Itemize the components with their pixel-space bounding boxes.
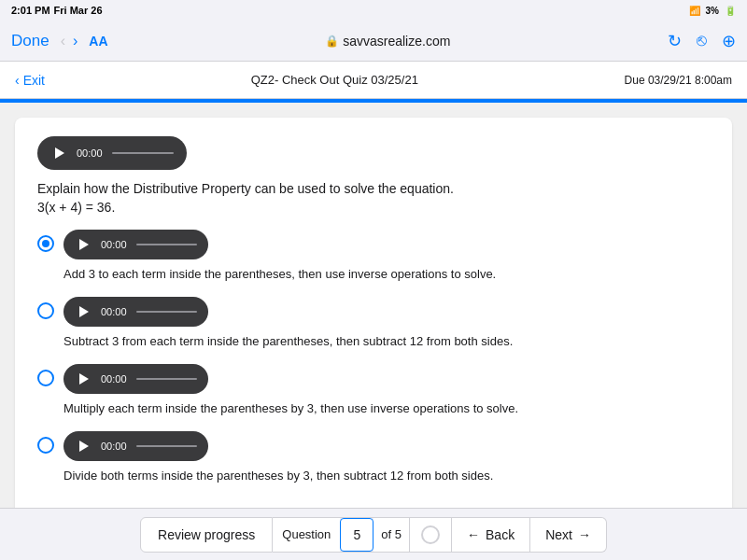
- status-time: 2:01 PM: [11, 5, 50, 16]
- radio-button-b[interactable]: [37, 302, 54, 319]
- main-content: 00:00 Explain how the Distributive Prope…: [0, 103, 747, 508]
- answer-content-c: 00:00 Multiply each term inside the pare…: [63, 364, 710, 416]
- back-arrow-button[interactable]: ‹: [61, 33, 65, 49]
- wifi-icon: 📶: [689, 6, 700, 16]
- next-arrow-icon: →: [578, 527, 591, 542]
- answer-audio-progress-c: [136, 378, 197, 380]
- text-size-button[interactable]: AA: [89, 34, 107, 49]
- progress-bar: [0, 99, 747, 103]
- answer-option-c[interactable]: 00:00 Multiply each term inside the pare…: [37, 364, 710, 416]
- question-audio-time: 00:00: [77, 147, 105, 159]
- radio-inner-a: [42, 240, 49, 247]
- exit-label: Exit: [23, 73, 45, 88]
- play-triangle-icon-c: [79, 373, 89, 385]
- question-of-label: of 5: [374, 518, 409, 552]
- radio-button-c[interactable]: [37, 370, 54, 386]
- question-card: 00:00 Explain how the Distributive Prope…: [15, 118, 732, 508]
- url-text: savvasrealize.com: [343, 34, 450, 49]
- question-audio-player: 00:00: [37, 136, 187, 170]
- battery-level: 3%: [706, 6, 719, 16]
- radio-button-d[interactable]: [37, 437, 54, 454]
- done-button[interactable]: Done: [11, 32, 49, 50]
- play-triangle-icon-b: [79, 306, 89, 317]
- answer-audio-time-c: 00:00: [101, 373, 129, 385]
- progress-bar-fill: [0, 99, 747, 103]
- forward-arrow-button[interactable]: ›: [73, 33, 78, 49]
- answer-audio-time-b: 00:00: [101, 306, 129, 317]
- answer-text-b: Subtract 3 from each term inside the par…: [63, 334, 513, 348]
- question-nav-label: Question: [273, 518, 340, 552]
- question-number-input[interactable]: [340, 518, 374, 552]
- question-check-area: [409, 518, 451, 552]
- answer-text-c: Multiply each term inside the parenthese…: [63, 401, 518, 415]
- question-text: Explain how the Distributive Property ca…: [37, 181, 710, 196]
- answer-audio-d: 00:00: [63, 431, 208, 461]
- review-progress-button[interactable]: Review progress: [140, 517, 273, 553]
- lock-icon: 🔒: [325, 35, 339, 48]
- radio-button-a[interactable]: [37, 235, 54, 252]
- answer-content-a: 00:00 Add 3 to each term inside the pare…: [63, 230, 710, 282]
- answer-text-d: Divide both terms inside the parentheses…: [63, 469, 493, 483]
- question-audio-progress: [112, 152, 174, 154]
- next-button[interactable]: Next →: [530, 517, 607, 553]
- next-label: Next: [545, 527, 572, 542]
- quiz-header: ‹ Exit QZ2- Check Out Quiz 03/25/21 Due …: [0, 62, 747, 99]
- question-equation: 3(x + 4) = 36.: [37, 200, 710, 215]
- back-chevron-icon: ‹: [15, 73, 20, 88]
- answer-option-b[interactable]: 00:00 Subtract 3 from each term inside t…: [37, 297, 710, 349]
- battery-icon: 🔋: [725, 6, 736, 16]
- status-date: Fri Mar 26: [54, 5, 103, 16]
- question-play-button[interactable]: [50, 144, 69, 162]
- exit-button[interactable]: ‹ Exit: [15, 73, 45, 88]
- bottom-bar: Review progress Question of 5 ← Back Nex…: [0, 508, 747, 560]
- answer-audio-time-d: 00:00: [101, 441, 129, 452]
- answer-option-a[interactable]: 00:00 Add 3 to each term inside the pare…: [37, 230, 710, 282]
- check-circle-icon: [421, 525, 440, 544]
- back-button[interactable]: ← Back: [452, 517, 530, 553]
- play-triangle-icon: [55, 147, 64, 159]
- browser-actions: ↻ ⎋ ⊕: [668, 31, 736, 51]
- answer-audio-c: 00:00: [63, 364, 208, 394]
- answer-play-button-c[interactable]: [75, 370, 93, 388]
- bookmark-icon[interactable]: ⊕: [722, 31, 736, 51]
- refresh-icon[interactable]: ↻: [668, 31, 682, 51]
- answer-audio-progress-a: [136, 244, 197, 245]
- answer-audio-b: 00:00: [63, 297, 208, 327]
- answer-play-button-d[interactable]: [75, 437, 93, 455]
- share-icon[interactable]: ⎋: [697, 31, 707, 51]
- browser-arrows: ‹ ›: [61, 33, 78, 49]
- quiz-title: QZ2- Check Out Quiz 03/25/21: [251, 73, 418, 87]
- browser-bar: Done ‹ › AA 🔒 savvasrealize.com ↻ ⎋ ⊕: [0, 21, 747, 62]
- answer-text-a: Add 3 to each term inside the parenthese…: [63, 267, 496, 281]
- answer-option-d[interactable]: 00:00 Divide both terms inside the paren…: [37, 431, 710, 483]
- answer-content-b: 00:00 Subtract 3 from each term inside t…: [63, 297, 710, 349]
- status-bar: 2:01 PM Fri Mar 26 📶 3% 🔋: [0, 0, 747, 21]
- play-triangle-icon-d: [79, 441, 89, 452]
- answer-audio-time-a: 00:00: [101, 239, 129, 250]
- answer-audio-a: 00:00: [63, 230, 208, 259]
- answer-audio-progress-d: [136, 445, 197, 447]
- back-label: Back: [486, 527, 514, 542]
- question-navigation: Question of 5: [273, 517, 452, 553]
- answer-audio-progress-b: [136, 311, 197, 313]
- answer-play-button-b[interactable]: [75, 302, 93, 321]
- play-triangle-icon-a: [79, 239, 89, 250]
- back-arrow-icon: ←: [467, 527, 480, 542]
- answer-play-button-a[interactable]: [75, 235, 93, 254]
- quiz-due: Due 03/29/21 8:00am: [625, 74, 732, 87]
- answer-content-d: 00:00 Divide both terms inside the paren…: [63, 431, 710, 483]
- url-bar[interactable]: 🔒 savvasrealize.com: [120, 34, 656, 49]
